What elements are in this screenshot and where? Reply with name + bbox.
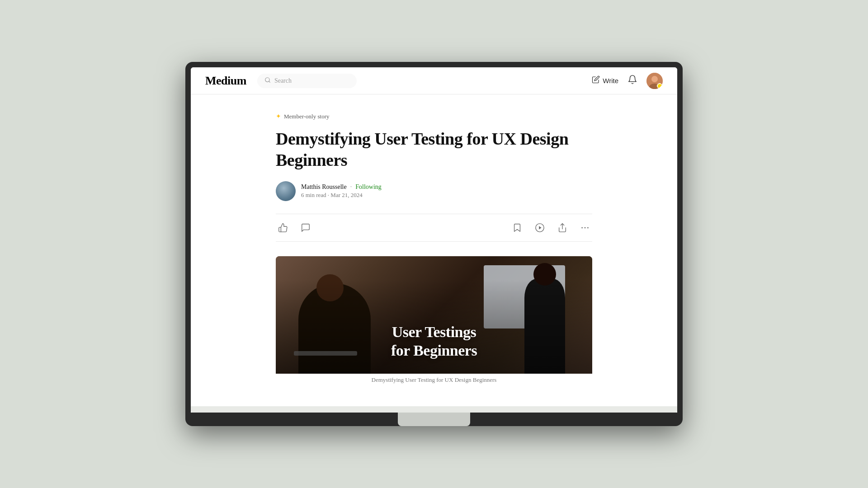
user-avatar[interactable]	[646, 73, 663, 89]
write-label: Write	[603, 77, 618, 84]
author-info: Matthis Rousselle · Following 6 min read…	[301, 183, 382, 199]
image-text-overlay: User Testings for Beginners	[276, 323, 592, 360]
search-placeholder: Search	[274, 77, 292, 84]
svg-point-8	[581, 227, 583, 228]
logo: Medium	[205, 74, 246, 88]
more-button[interactable]	[578, 221, 592, 235]
author-name[interactable]: Matthis Rousselle	[301, 183, 347, 191]
member-badge: ✦ Member-only story	[276, 113, 592, 120]
article-image: User Testings for Beginners	[276, 256, 592, 374]
search-bar[interactable]: Search	[257, 74, 357, 88]
svg-point-10	[587, 227, 589, 228]
publish-date: Mar 21, 2024	[330, 192, 362, 198]
play-button[interactable]	[533, 221, 547, 235]
author-avatar[interactable]	[276, 181, 296, 201]
article-image-wrap: User Testings for Beginners Demystifying…	[276, 256, 592, 384]
bookmark-button[interactable]	[510, 221, 524, 235]
bell-icon[interactable]	[627, 75, 637, 87]
author-name-row: Matthis Rousselle · Following	[301, 183, 382, 191]
svg-point-9	[585, 227, 586, 228]
author-meta: 6 min read · Mar 21, 2024	[301, 192, 382, 199]
article-content: ✦ Member-only story Demystifying User Te…	[267, 94, 601, 406]
share-button[interactable]	[555, 221, 570, 235]
following-badge[interactable]: Following	[355, 183, 382, 191]
screen: Medium Search	[191, 67, 677, 413]
write-icon	[592, 75, 600, 86]
action-left	[276, 221, 313, 235]
monitor: Medium Search	[185, 62, 683, 426]
image-overlay-line2: for Beginners	[276, 342, 592, 360]
clap-button[interactable]	[276, 221, 290, 235]
comment-button[interactable]	[298, 221, 313, 235]
author-avatar-img	[276, 181, 296, 201]
dot-separator: ·	[350, 183, 352, 191]
write-button[interactable]: Write	[592, 75, 618, 86]
action-bar	[276, 214, 592, 242]
image-caption: Demystifying User Testing for UX Design …	[276, 376, 592, 384]
image-overlay-line1: User Testings	[276, 323, 592, 342]
read-time: 6 min read	[301, 192, 326, 198]
nav-right: Write	[592, 73, 663, 89]
author-row: Matthis Rousselle · Following 6 min read…	[276, 181, 592, 201]
star-icon: ✦	[276, 113, 281, 120]
monitor-stand	[398, 413, 470, 426]
svg-point-3	[651, 76, 658, 82]
search-icon	[264, 77, 271, 85]
article-title: Demystifying User Testing for UX Design …	[276, 128, 592, 170]
member-badge-text: Member-only story	[284, 113, 329, 120]
svg-marker-6	[539, 226, 542, 229]
action-right	[510, 221, 592, 235]
svg-line-1	[269, 81, 270, 82]
monitor-bottom-bar	[191, 406, 677, 413]
navbar: Medium Search	[191, 67, 677, 94]
